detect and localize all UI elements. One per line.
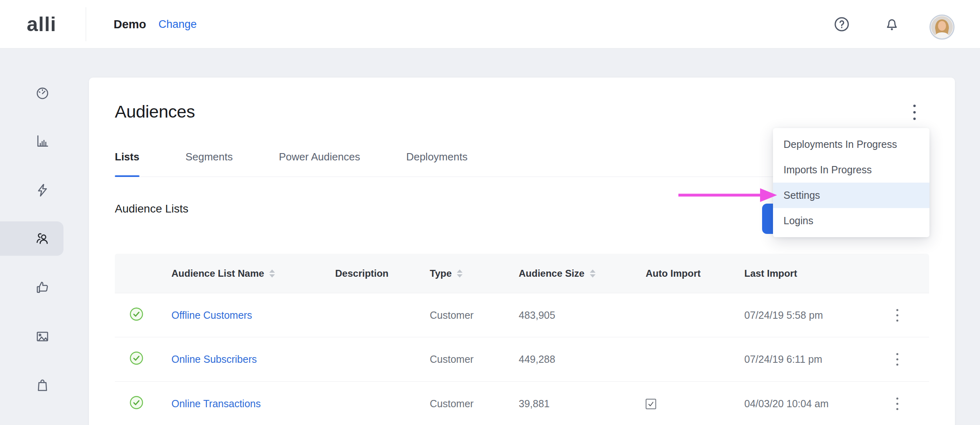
size-cell: 39,881 (519, 398, 646, 410)
table-row: Online Subscribers Customer 449,288 07/2… (115, 337, 929, 382)
sidebar-item-shopping[interactable] (35, 379, 50, 393)
col-audience-list-name: Audience List Name (171, 268, 335, 279)
table-header-row: Audience List Name Description Type Audi… (115, 254, 929, 293)
col-description: Description (335, 268, 430, 279)
thumbs-up-icon (35, 280, 50, 296)
lightning-icon (35, 183, 50, 199)
type-cell: Customer (430, 398, 519, 410)
table-row: Online Transactions Customer 39,881 04/0… (115, 382, 929, 425)
last-import-cell: 04/03/20 10:04 am (744, 398, 866, 410)
check-circle-icon (129, 307, 144, 324)
sidebar-active-highlight (0, 221, 63, 256)
tab-segments[interactable]: Segments (186, 150, 233, 177)
sidebar-item-audiences[interactable] (35, 231, 50, 246)
audience-list-link[interactable]: Online Transactions (171, 398, 261, 409)
status-cell (115, 396, 171, 412)
question-circle-icon (833, 16, 850, 34)
col-last-import: Last Import (744, 268, 866, 279)
menu-item-logins[interactable]: Logins (773, 208, 929, 234)
app-screen: alli Demo Change (0, 0, 980, 425)
table-body: Offline Customers Customer 483,905 07/24… (115, 293, 929, 425)
sidebar-item-reports[interactable] (35, 135, 50, 149)
tab-deployments[interactable]: Deployments (406, 150, 468, 177)
col-auto-import: Auto Import (646, 268, 744, 279)
size-cell: 483,905 (519, 309, 646, 321)
top-bar: alli Demo Change (0, 0, 980, 48)
audience-list-link[interactable]: Online Subscribers (171, 353, 257, 365)
status-cell (115, 307, 171, 324)
gauge-icon (35, 86, 50, 102)
row-kebab-menu-button[interactable] (889, 392, 906, 416)
shopping-bag-icon (35, 378, 50, 394)
sidebar-item-actions[interactable] (35, 184, 50, 198)
size-cell: 449,288 (519, 353, 646, 365)
bell-icon (884, 16, 900, 34)
page-kebab-dropdown: Deployments In Progress Imports In Progr… (773, 128, 929, 237)
status-cell (115, 351, 171, 368)
image-icon (35, 329, 50, 345)
alli-logo: alli (27, 0, 56, 48)
col-audience-size: Audience Size (519, 268, 646, 279)
topbar-divider (86, 7, 86, 41)
tab-lists[interactable]: Lists (115, 150, 139, 177)
check-circle-icon (129, 396, 144, 412)
user-avatar[interactable] (929, 15, 955, 40)
menu-item-deployments-in-progress[interactable]: Deployments In Progress (773, 132, 929, 157)
auto-import-checkbox[interactable] (646, 399, 656, 409)
kebab-menu-icon (913, 105, 916, 107)
audience-list-link[interactable]: Offline Customers (171, 309, 252, 321)
col-type: Type (430, 268, 519, 279)
notifications-button[interactable] (882, 15, 902, 35)
menu-item-imports-in-progress[interactable]: Imports In Progress (773, 157, 929, 183)
page-title: Audiences (115, 101, 929, 122)
row-kebab-menu-button[interactable] (889, 347, 906, 372)
type-cell: Customer (430, 353, 519, 365)
bar-chart-icon (35, 134, 50, 150)
account-name: Demo (114, 0, 146, 48)
sort-icon[interactable] (590, 269, 596, 278)
sidebar-item-approvals[interactable] (35, 281, 50, 295)
audience-lists-table: Audience List Name Description Type Audi… (115, 254, 929, 425)
row-kebab-menu-button[interactable] (889, 303, 906, 327)
people-icon (35, 231, 50, 247)
change-account-link[interactable]: Change (158, 0, 197, 48)
type-cell: Customer (430, 309, 519, 321)
last-import-cell: 07/24/19 5:58 pm (744, 309, 866, 321)
help-button[interactable] (832, 15, 851, 35)
check-circle-icon (129, 351, 144, 368)
page-kebab-menu-button[interactable] (906, 101, 923, 124)
sidebar-item-dashboard[interactable] (35, 87, 50, 101)
tab-power-audiences[interactable]: Power Audiences (279, 150, 360, 177)
menu-item-settings[interactable]: Settings (773, 183, 929, 208)
table-row: Offline Customers Customer 483,905 07/24… (115, 293, 929, 337)
last-import-cell: 07/24/19 6:11 pm (744, 353, 866, 365)
sort-icon[interactable] (457, 269, 463, 278)
auto-import-cell (646, 399, 744, 409)
sort-icon[interactable] (269, 269, 275, 278)
sidebar-item-creative[interactable] (35, 330, 50, 345)
